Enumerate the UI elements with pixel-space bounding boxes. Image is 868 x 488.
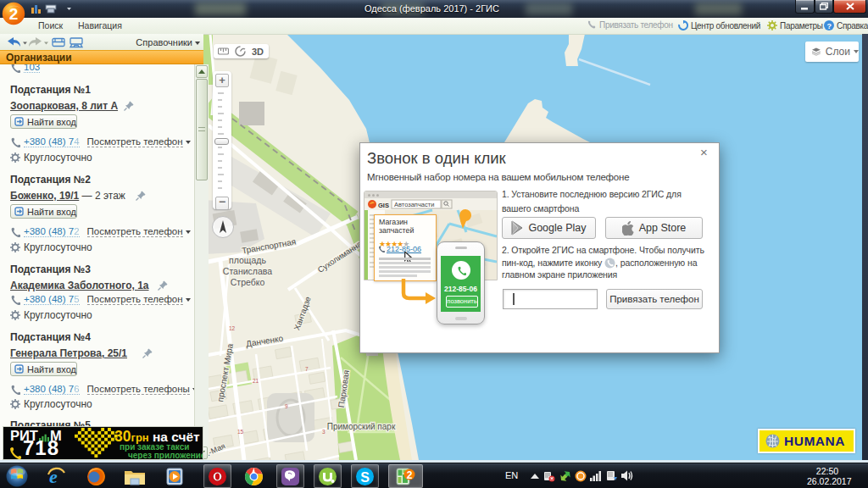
svg-text:S: S [360, 470, 370, 485]
svg-text:Приморский парк: Приморский парк [327, 422, 396, 431]
svg-text:Станислава: Станислава [223, 266, 272, 276]
svg-text:2: 2 [9, 5, 19, 23]
svg-text:?: ? [826, 22, 831, 30]
svg-text:12: 12 [229, 325, 236, 331]
svg-text:21: 21 [253, 378, 259, 384]
svg-text:3: 3 [322, 429, 326, 435]
svg-text:9: 9 [285, 403, 288, 409]
svg-text:GIS: GIS [378, 202, 389, 209]
svg-text:площадь: площадь [229, 255, 266, 265]
svg-text:7: 7 [305, 366, 309, 372]
svg-text:Автозапчасти: Автозапчасти [394, 201, 434, 208]
svg-text:Стребко: Стребко [231, 277, 265, 287]
svg-text:2: 2 [407, 469, 413, 481]
svg-text:15: 15 [237, 429, 244, 435]
